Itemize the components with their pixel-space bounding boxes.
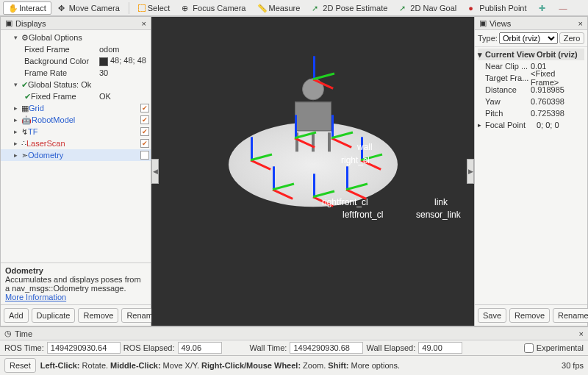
checkbox[interactable]: ✔ [140,127,149,136]
ros-elapsed-field[interactable]: 49.06 [178,342,222,354]
duplicate-button[interactable]: Duplicate [32,308,76,323]
views-title-bar[interactable]: ▣ Views × [475,17,587,30]
wall-elapsed-label: Wall Elapsed: [366,343,415,352]
extra-tool-button[interactable]: — [554,1,573,15]
tree-item-global-options[interactable]: ▾⚙Global Options [1,32,151,43]
save-button[interactable]: Save [478,308,506,323]
main-toolbar: ✋Interact ✥Move Camera Select ⊕Focus Cam… [0,0,588,16]
experimental-checkbox[interactable] [524,343,534,353]
more-info-link[interactable]: More Information [5,293,66,301]
view-type-select[interactable]: Orbit (rviz) [499,32,558,44]
displays-tree[interactable]: ▾⚙Global Options Fixed Frameodom Backgro… [1,30,151,262]
robot-icon: 🤖 [21,115,32,125]
tree-item-current-view[interactable]: ▾Current ViewOrbit (rviz) [478,49,584,60]
tree-item-tf[interactable]: ▸↯TF✔ [1,126,151,138]
separator [129,2,129,14]
odometry-icon: ➣ [21,151,28,160]
close-icon[interactable]: × [142,19,146,28]
move-camera-button[interactable]: ✥Move Camera [53,1,125,15]
checkbox[interactable]: ✔ [140,104,149,113]
tree-item-focal-point[interactable]: ▸Focal Point0; 0; 0 [478,119,584,131]
panel-title-text: Displays [15,19,46,28]
remove-button[interactable]: Remove [78,308,118,323]
tree-item-target-frame[interactable]: Target Fra...<Fixed Frame> [478,72,584,84]
move-icon: ✥ [58,4,67,12]
tree-item-pitch[interactable]: Pitch0.725398 [478,107,584,119]
check-icon: ✔ [21,80,28,90]
tf-icon: ↯ [21,127,28,137]
panel-title-text: Views [490,19,511,28]
viewport-nav-left[interactable]: ◀ [151,159,159,184]
panel-icon: ▣ [5,18,12,28]
close-icon[interactable]: × [579,329,584,338]
display-description: Odometry Accumulates and displays poses … [1,262,151,304]
tree-item-grid[interactable]: ▸▦Grid✔ [1,102,151,114]
displays-title-bar[interactable]: ▣ Displays × [1,17,151,30]
close-icon[interactable]: × [578,19,583,28]
focus-camera-button[interactable]: ⊕Focus Camera [176,1,251,15]
panel-title-text: Time [15,329,32,338]
checkbox[interactable]: ✔ [140,139,149,148]
hand-icon: ✋ [8,4,17,12]
frame-label: rightfront_cl [322,197,368,207]
tree-item-odometry[interactable]: ▸➣Odometry✔ [1,149,151,161]
checkbox[interactable]: ✔ [140,151,149,160]
wall-time-field[interactable]: 1494290930.68 [290,342,363,354]
tree-item-yaw[interactable]: Yaw0.760398 [478,96,584,107]
tree-item-distance[interactable]: Distance0.918985 [478,84,584,96]
frame-label: link [434,197,448,207]
description-title: Odometry [5,266,146,275]
extra-tool-button[interactable]: ✚ [534,1,553,15]
wall-time-label: Wall Time: [250,343,287,352]
views-panel: ▣ Views × Type: Orbit (rviz) Zero ▾Curre… [474,16,588,326]
laser-icon: ∴ [21,139,26,149]
rename-button[interactable]: Rename [553,308,588,323]
publish-point-button[interactable]: ●Publish Point [463,1,531,15]
tree-item-frame-rate[interactable]: Frame Rate30 [1,67,151,79]
wall-elapsed-field[interactable]: 49.00 [418,342,462,354]
fps-counter: 30 fps [562,361,584,370]
frame-label: right_cl [341,155,370,165]
select-button[interactable]: Select [133,1,176,15]
checkbox[interactable]: ✔ [140,115,149,124]
remove-button[interactable]: Remove [509,308,550,323]
description-text: Accumulates and displays poses from a na… [5,275,141,293]
minus-icon: — [559,4,568,12]
tree-item-global-status[interactable]: ▾✔Global Status: Ok [1,79,151,90]
tree-item-laserscan[interactable]: ▸∴LaserScan✔ [1,138,151,149]
ros-time-field[interactable]: 1494290930.64 [47,342,121,354]
viewport-nav-right[interactable]: ▶ [467,159,474,184]
robot-model-render [229,122,398,207]
views-button-row: Save Remove Rename [475,304,587,326]
ruler-icon: 📏 [257,4,266,12]
time-title-bar[interactable]: ◷ Time × [0,327,588,340]
interact-button[interactable]: ✋Interact [3,1,51,15]
tree-item-fixed-frame-status[interactable]: ✔Fixed FrameOK [1,90,151,102]
time-panel: ◷ Time × ROS Time: 1494290930.64 ROS Ela… [0,326,588,355]
plus-icon: ✚ [539,4,548,12]
pose-estimate-button[interactable]: ➚2D Pose Estimate [306,1,392,15]
arrow-icon: ➚ [312,4,320,12]
clock-icon: ◷ [4,329,12,338]
arrow-icon: ➚ [399,4,408,12]
select-icon [138,4,146,12]
zero-button[interactable]: Zero [559,32,584,44]
check-icon: ✔ [24,92,31,101]
displays-button-row: Add Duplicate Remove Rename [1,304,151,326]
add-button[interactable]: Add [4,308,29,323]
tree-item-bg-color[interactable]: Background Color48; 48; 48 [1,55,151,67]
nav-goal-button[interactable]: ➚2D Nav Goal [394,1,462,15]
experimental-label: Experimental [537,343,584,352]
grid-icon: ▦ [21,104,29,113]
3d-viewport[interactable]: ◀ ▶ wall right_cl rightfront_cl leftfron… [151,16,474,326]
measure-button[interactable]: 📏Measure [252,1,305,15]
pin-icon: ● [468,4,477,12]
frame-label: wall [357,142,373,152]
tree-item-robot-model[interactable]: ▸🤖RobotModel✔ [1,114,151,126]
frame-label: sensor_link [416,210,461,220]
tree-item-fixed-frame[interactable]: Fixed Frameodom [1,43,151,55]
gear-icon: ⚙ [21,33,29,43]
views-tree[interactable]: ▾Current ViewOrbit (rviz) Near Clip ...0… [475,47,587,304]
reset-button[interactable]: Reset [4,358,36,373]
frame-label: leftfront_cl [343,210,383,220]
